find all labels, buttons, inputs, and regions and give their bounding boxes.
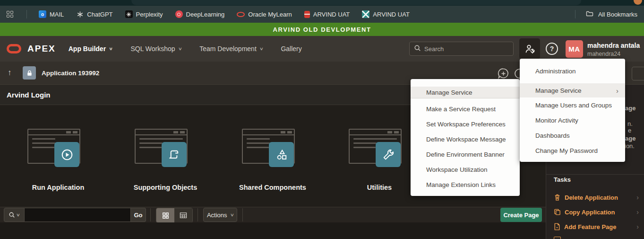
divider (197, 208, 198, 221)
bookmark-perplexity[interactable]: Perplexity (125, 10, 163, 18)
card-label: Supporting Objects (113, 184, 217, 191)
card-shared-components[interactable]: Shared Components (221, 129, 325, 204)
chevron-down-icon: ∨ (16, 212, 20, 217)
user-name: mahendra antala (587, 42, 640, 50)
report-view-button[interactable] (174, 208, 192, 222)
partial-toolbar-button[interactable] (632, 67, 644, 80)
apps-grid-icon[interactable] (7, 11, 13, 18)
chevron-right-icon: › (636, 208, 639, 216)
create-page-button[interactable]: Create Page (500, 208, 542, 222)
apex-brand: APEX (27, 44, 56, 54)
menu-item-manage-users-and-groups[interactable]: Manage Users and Groups (520, 97, 625, 113)
task-delete-application[interactable]: Delete Application › (554, 193, 639, 202)
user-avatar[interactable]: MA (566, 40, 583, 58)
about-text-fragment: e (628, 127, 631, 134)
chatgpt-icon (76, 10, 84, 18)
footer-strip (0, 222, 546, 239)
user-username: mahendra24 (587, 51, 640, 58)
environment-banner: ARVIND OLD DEVLOPMENT (0, 23, 644, 36)
task-label: Copy Application (565, 209, 633, 216)
shapes-icon (269, 142, 294, 167)
grid-view-button[interactable] (156, 208, 174, 222)
trash-icon (554, 194, 561, 201)
submenu-header[interactable]: Manage Service (411, 87, 520, 98)
card-label: Shared Components (221, 184, 325, 191)
bookmark-label: Perplexity (136, 11, 163, 18)
menu-item-administration[interactable]: Administration (520, 62, 625, 80)
bookmark-arvind-uat-2[interactable]: ARVIND UAT (362, 10, 410, 18)
task-copy-application[interactable]: Copy Application › (554, 207, 639, 217)
menu-item-change-my-password[interactable]: Change My Password (520, 143, 625, 158)
menu-item-make-a-service-request[interactable]: Make a Service Request (411, 101, 520, 116)
wrench-icon (376, 142, 401, 167)
menu-item-define-environment-banner[interactable]: Define Environment Banner (411, 147, 520, 162)
go-button[interactable]: Go (131, 208, 146, 222)
chevron-down-icon: ∨ (230, 212, 234, 217)
chevron-right-icon: › (616, 87, 618, 95)
nav-label: App Builder (69, 45, 106, 53)
task-label: Add Feature Page (564, 223, 633, 230)
search-icon (9, 212, 15, 218)
bookmark-label: Oracle MyLearn (248, 11, 292, 18)
menu-item-set-workspace-preferences[interactable]: Set Workspace Preferences (411, 116, 520, 132)
about-text-fragment: n. (627, 120, 633, 127)
bookmark-mail[interactable]: o MAIL (39, 10, 64, 18)
search-icon (414, 44, 421, 53)
bookmark-label: MAIL (50, 11, 64, 18)
search-input[interactable] (424, 45, 509, 53)
red-badge-icon (304, 11, 310, 18)
browser-tab-remnant (131, 0, 581, 5)
about-text-fragment: age (625, 135, 635, 142)
copy-icon (554, 208, 561, 216)
all-bookmarks-button[interactable]: All Bookmarks (598, 11, 637, 18)
nav-sql-workshop[interactable]: SQL Workshop ∨ (130, 45, 181, 53)
bookmark-chatgpt[interactable]: ChatGPT (76, 10, 112, 18)
divider (546, 174, 644, 175)
card-supporting-objects[interactable]: Supporting Objects (113, 129, 217, 204)
application-icon[interactable] (23, 66, 36, 80)
teal-badge-icon (362, 10, 369, 18)
oracle-logo-icon[interactable] (7, 44, 21, 53)
deeplearning-icon (175, 10, 183, 18)
divider (150, 208, 151, 221)
browser-profile-avatar[interactable] (634, 0, 642, 5)
lock-icon (26, 70, 33, 77)
bookmark-oracle-mylearn[interactable]: Oracle MyLearn (237, 11, 292, 18)
scroll-icon (162, 142, 187, 167)
actions-button[interactable]: Actions ∨ (203, 208, 237, 222)
search-column-selector[interactable]: ∨ (4, 208, 25, 222)
menu-item-manage-service[interactable]: Manage Service › (520, 83, 625, 97)
bookmark-label: DeepLearning (186, 11, 225, 18)
menu-item-label: Manage Service (535, 87, 582, 94)
card-run-application[interactable]: Run Application (6, 129, 110, 204)
user-info[interactable]: mahendra antala mahendra24 (587, 42, 640, 58)
nav-team-development[interactable]: Team Development ∨ (199, 45, 263, 53)
menu-item-workspace-utilization[interactable]: Workspace Utilization (411, 162, 520, 177)
nav-app-builder[interactable]: App Builder ∨ (69, 45, 113, 53)
folder-icon (586, 10, 593, 19)
breadcrumb[interactable]: Application 193992 (42, 62, 99, 85)
bookmark-deeplearning[interactable]: DeepLearning (175, 10, 225, 18)
task-label: Delete Application (565, 194, 633, 201)
menu-item-manage-extension-links[interactable]: Manage Extension Links (411, 177, 520, 192)
up-arrow-icon[interactable]: ↑ (8, 68, 12, 78)
divider (575, 10, 575, 18)
nav-label: Gallery (281, 45, 301, 53)
bookmark-label: ChatGPT (87, 11, 112, 18)
report-search-input[interactable] (25, 208, 131, 222)
about-text-fragment: ion. (625, 142, 635, 150)
task-add-feature-page[interactable]: Add Feature Page › (554, 222, 639, 231)
help-button[interactable]: ? (546, 43, 558, 55)
menu-item-monitor-activity[interactable]: Monitor Activity (520, 113, 625, 128)
administration-menu-button[interactable] (519, 38, 540, 59)
manage-service-submenu: Manage Service Make a Service Request Se… (411, 79, 520, 196)
play-icon (54, 142, 79, 167)
menu-item-define-workspace-message[interactable]: Define Workspace Message (411, 132, 520, 147)
bookmark-arvind-uat-1[interactable]: ARVIND UAT (304, 11, 350, 18)
chevron-down-icon: ∨ (109, 46, 113, 51)
nav-gallery[interactable]: Gallery (281, 45, 301, 53)
menu-item-dashboards[interactable]: Dashboards (520, 128, 625, 143)
bookmarks-bar: o MAIL ChatGPT Perplexity DeepLearning O… (0, 6, 644, 23)
about-text-fragment: age (625, 105, 635, 112)
nav-label: Team Development (199, 45, 257, 53)
